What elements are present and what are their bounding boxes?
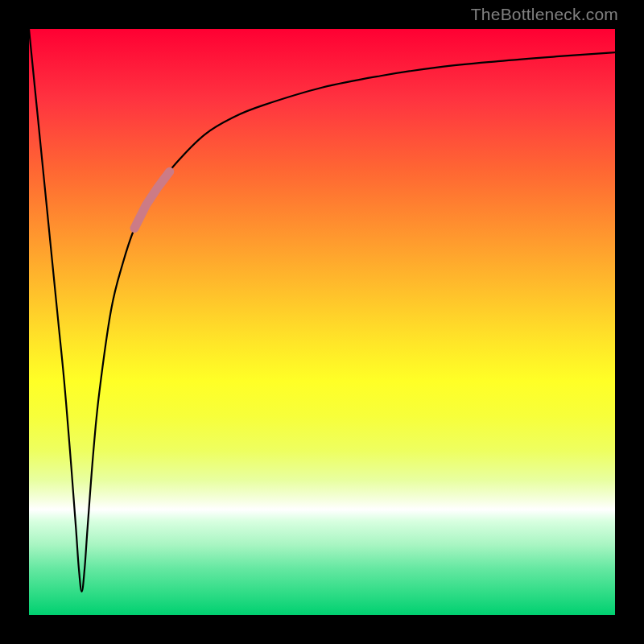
highlight-segment: [134, 171, 170, 228]
chart-stage: TheBottleneck.com: [0, 0, 644, 644]
bottleneck-curve: [29, 29, 615, 592]
curve-group: [29, 29, 615, 592]
curve-svg: [29, 29, 615, 615]
watermark-text: TheBottleneck.com: [471, 5, 618, 24]
plot-area: [29, 29, 615, 615]
